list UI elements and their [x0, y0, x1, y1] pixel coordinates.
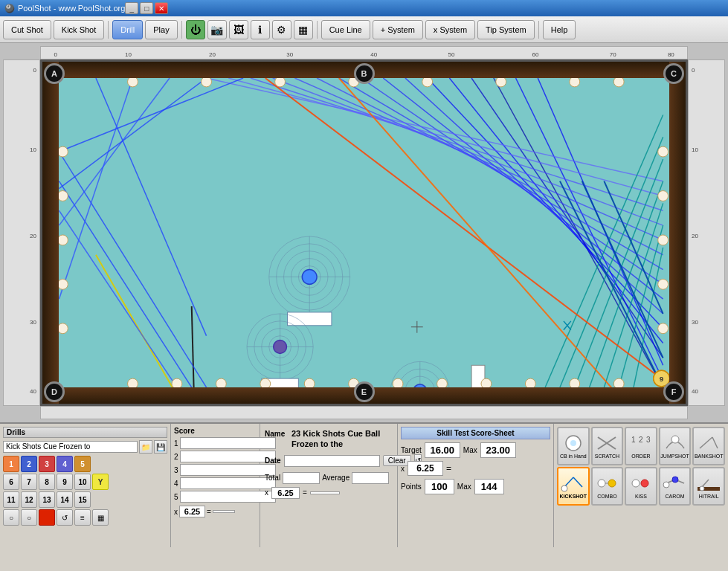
- drill-misc-btn-2[interactable]: ○: [21, 509, 37, 526]
- drill-btn-15[interactable]: 15: [74, 491, 91, 508]
- maximize-button[interactable]: □: [140, 2, 153, 14]
- drill-grid-btn[interactable]: ▦: [92, 509, 109, 526]
- drills-folder-icon-button[interactable]: 📁: [139, 440, 152, 454]
- shot-type-cb-in-hand[interactable]: CB in Hand: [557, 427, 590, 465]
- pool-table[interactable]: 9 A B C D E: [40, 59, 688, 406]
- camera-icon-button[interactable]: 📷: [207, 20, 227, 39]
- shot-type-bankshot[interactable]: BANKSHOT: [692, 427, 725, 465]
- skill-x-row: x 6.25 =: [401, 461, 550, 476]
- skill-x-value: 6.25: [408, 461, 443, 476]
- drill-btn-7[interactable]: 7: [21, 474, 37, 490]
- svg-point-83: [216, 378, 226, 387]
- y-button[interactable]: Y: [92, 474, 109, 490]
- svg-line-36: [560, 181, 663, 387]
- svg-point-81: [128, 378, 138, 387]
- name-row: Name 23 Kick Shots Cue Ball Frozen to th…: [265, 428, 393, 450]
- play-button[interactable]: Play: [145, 20, 177, 39]
- drill-misc-btn-1[interactable]: ○: [3, 509, 19, 526]
- x-system-button[interactable]: x System: [425, 20, 475, 39]
- image-icon-button[interactable]: 🖼: [229, 20, 248, 39]
- drill-btn-9[interactable]: 9: [57, 474, 73, 490]
- target-value: 16.00: [425, 442, 460, 458]
- minimize-button[interactable]: _: [125, 2, 138, 14]
- drill-btn-1[interactable]: 1: [3, 456, 19, 472]
- score-row-4: 4: [174, 477, 257, 489]
- svg-line-25: [96, 255, 207, 387]
- separator-3: [317, 21, 318, 39]
- date-input[interactable]: [284, 455, 380, 467]
- ruler-top: 0 10 20 30 40 50 60 70 80: [40, 46, 688, 59]
- shot-type-jumpshot[interactable]: JUMPSHOT: [659, 427, 692, 465]
- settings-icon-button[interactable]: ⚙: [272, 20, 291, 39]
- svg-point-48: [302, 270, 317, 285]
- close-button[interactable]: ✕: [155, 2, 168, 14]
- score-num-2: 2: [174, 453, 178, 461]
- shot-type-hitrail[interactable]: HITRAIL: [692, 467, 725, 506]
- playing-surface[interactable]: 9: [59, 78, 669, 387]
- power-icon-button[interactable]: ⏻: [186, 20, 205, 39]
- svg-point-74: [59, 279, 68, 289]
- drill-btn-4[interactable]: 4: [57, 456, 73, 472]
- drill-btn-6[interactable]: 6: [3, 474, 19, 490]
- drill-red-btn[interactable]: [39, 509, 55, 526]
- drill-numbers-row2: 6 7 8 9 10 Y: [3, 474, 167, 490]
- score-row-5: 5: [174, 491, 257, 503]
- shot-type-order[interactable]: 1 2 3 ORDER: [625, 427, 657, 465]
- ruler-right: 0 10 20 30 40: [688, 59, 725, 406]
- window-controls: _ □ ✕: [125, 2, 168, 14]
- pocket-F: F: [663, 381, 684, 402]
- svg-point-87: [393, 378, 403, 387]
- help-button[interactable]: Help: [543, 20, 576, 39]
- tip-system-button[interactable]: Tip System: [477, 20, 535, 39]
- shot-type-scratch[interactable]: SCRATCH: [591, 427, 624, 465]
- score-num-4: 4: [174, 480, 178, 488]
- x-result-box: [310, 491, 340, 494]
- drill-btn-14[interactable]: 14: [57, 491, 73, 508]
- shot-type-kiss[interactable]: KISS: [625, 467, 657, 506]
- total-input[interactable]: [283, 472, 320, 484]
- drill-btn-3[interactable]: 3: [39, 456, 55, 472]
- drills-save-icon-button[interactable]: 💾: [154, 440, 167, 454]
- pocket-label-F: F: [671, 387, 677, 396]
- drill-btn-5[interactable]: 5: [74, 456, 91, 472]
- ruler-mark-80: 80: [668, 51, 674, 58]
- svg-point-93: [128, 78, 138, 87]
- plus-system-button[interactable]: + System: [373, 20, 423, 39]
- info-icon-button[interactable]: ℹ: [251, 20, 270, 39]
- drill-btn-11[interactable]: 11: [3, 491, 19, 508]
- svg-line-30: [59, 210, 176, 387]
- pocket-label-C: C: [671, 69, 677, 78]
- skill-test-section: Skill Test Score-Sheet Target 16.00 Max …: [398, 424, 554, 547]
- drill-btn-12[interactable]: 12: [21, 491, 37, 508]
- equals-sign: =: [303, 488, 307, 497]
- shot-type-kickshot[interactable]: KICKSHOT: [557, 467, 590, 506]
- svg-point-124: [598, 480, 605, 487]
- score-row-2: 2: [174, 451, 257, 462]
- drill-button[interactable]: Drill: [112, 20, 143, 39]
- average-input[interactable]: [352, 472, 389, 484]
- svg-point-76: [658, 146, 669, 157]
- kick-shot-button[interactable]: Kick Shot: [54, 20, 104, 39]
- drill-undo-btn[interactable]: ↺: [57, 509, 73, 526]
- score-section: Score 1 2 3 4 5 x 6.25 =: [171, 424, 260, 547]
- ruler-mark-40: 40: [370, 51, 377, 58]
- svg-line-35: [59, 78, 243, 152]
- svg-line-29: [59, 181, 191, 387]
- shot-type-combo[interactable]: COMBO: [591, 467, 624, 506]
- drill-list-btn[interactable]: ≡: [74, 509, 91, 526]
- svg-line-134: [702, 480, 709, 487]
- svg-point-88: [437, 378, 448, 387]
- drill-btn-2[interactable]: 2: [21, 456, 37, 472]
- cut-shot-button[interactable]: Cut Shot: [3, 20, 51, 39]
- drill-btn-8[interactable]: 8: [39, 474, 55, 490]
- shot-type-carom[interactable]: CAROM: [659, 467, 692, 506]
- drill-btn-13[interactable]: 13: [39, 491, 55, 508]
- target-label: Target: [401, 446, 422, 454]
- drill-btn-10[interactable]: 10: [74, 474, 91, 490]
- total-row: Total Average: [265, 472, 393, 484]
- skill-target-row: Target 16.00 Max 23.00: [401, 442, 550, 458]
- cue-line-button[interactable]: Cue Line: [321, 20, 370, 39]
- svg-line-15: [207, 78, 663, 181]
- jumpshot-label: JUMPSHOT: [660, 454, 689, 459]
- grid-icon-button[interactable]: ▦: [294, 20, 313, 39]
